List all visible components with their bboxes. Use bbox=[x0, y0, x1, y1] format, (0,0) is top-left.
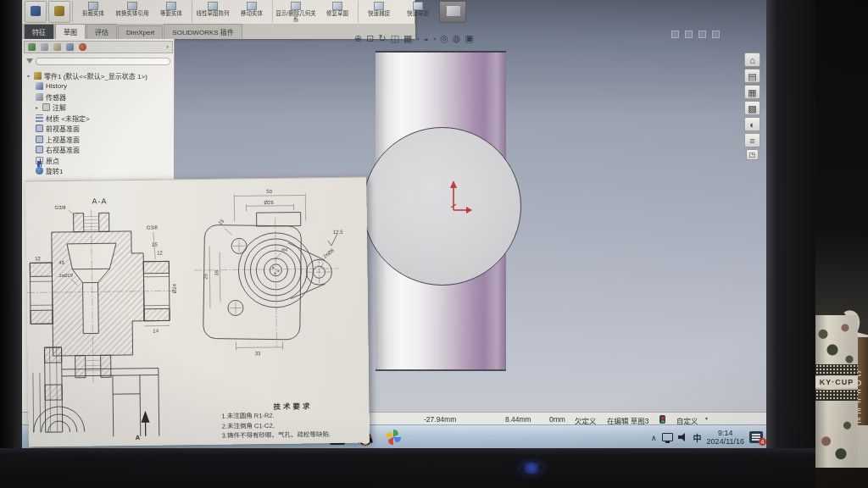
ribbon-separator bbox=[192, 1, 192, 23]
smart-dimension-button[interactable] bbox=[48, 1, 70, 23]
heads-up-toolbar bbox=[354, 30, 474, 46]
svg-text:Ø24: Ø24 bbox=[172, 283, 177, 293]
svg-text:45: 45 bbox=[58, 260, 64, 265]
display-delete-relations-button[interactable]: 显示/删除几何关系 bbox=[274, 1, 318, 24]
tree-item-origin[interactable]: 原点 bbox=[24, 155, 173, 166]
sensors-folder-icon bbox=[36, 93, 43, 101]
active-tool-tile[interactable] bbox=[439, 1, 466, 23]
hidden-icons-expand-icon[interactable] bbox=[651, 433, 657, 442]
repair-sketch-button[interactable]: 修复草图 bbox=[318, 1, 357, 24]
tray-date: 2024/11/16 bbox=[707, 437, 744, 446]
convert-entities-icon bbox=[127, 2, 137, 10]
file-explorer-icon[interactable] bbox=[744, 85, 760, 99]
tab-solidworks-addins[interactable]: SOLIDWORKS 插件 bbox=[164, 24, 242, 39]
tab-dimxpert[interactable]: DimXpert bbox=[118, 25, 163, 39]
apply-scene-icon[interactable] bbox=[465, 33, 473, 43]
status-z-coordinate: 0mm bbox=[549, 415, 565, 424]
hide-show-items-icon[interactable] bbox=[440, 33, 448, 43]
zoom-area-icon[interactable] bbox=[366, 33, 374, 43]
network-monitor-icon[interactable] bbox=[662, 433, 673, 441]
pane-icon[interactable] bbox=[671, 30, 679, 38]
tree-item-front-plane[interactable]: 前视基准面 bbox=[24, 124, 173, 135]
svg-text:15: 15 bbox=[217, 218, 225, 225]
expand-arrow-icon[interactable] bbox=[27, 73, 31, 79]
floral-cup: KY·CUP bbox=[815, 315, 858, 473]
tray-clock[interactable]: 9:14 2024/11/16 bbox=[707, 429, 744, 446]
sketch-button[interactable] bbox=[25, 1, 47, 23]
view-palette-icon[interactable] bbox=[744, 101, 760, 115]
svg-text:33: 33 bbox=[255, 351, 261, 356]
tree-item-part[interactable]: 零件1 (默认<<默认>_显示状态 1>) bbox=[24, 70, 173, 81]
view-orientation-icon[interactable] bbox=[403, 33, 412, 43]
monitor-bezel-bottom bbox=[0, 448, 815, 488]
linear-pattern-icon bbox=[208, 2, 218, 10]
display-style-icon[interactable] bbox=[423, 33, 429, 43]
notifications-icon[interactable]: 4 bbox=[749, 431, 763, 443]
display-manager-tab-icon[interactable] bbox=[79, 43, 86, 51]
pinwheel-app-icon[interactable] bbox=[383, 427, 403, 447]
monitor-screen: 剪裁实体 转换实体引用 等距实体 线性草图阵列 移动实体 显示/删除几何关系 修… bbox=[22, 0, 766, 448]
home-icon[interactable] bbox=[744, 53, 760, 67]
svg-text:2xØ29: 2xØ29 bbox=[58, 273, 72, 278]
rapid-sketch-button[interactable]: 快速草图 bbox=[398, 1, 437, 24]
plane-icon bbox=[36, 136, 43, 143]
convert-entities-button[interactable]: 转换实体引用 bbox=[113, 1, 152, 24]
pane-icon[interactable] bbox=[712, 30, 720, 38]
tree-item-sensors[interactable]: 传感器 bbox=[24, 92, 173, 103]
svg-text:Ø26: Ø26 bbox=[264, 200, 274, 205]
expand-arrow-icon[interactable] bbox=[36, 104, 40, 110]
tree-item-right-plane[interactable]: 右视基准面 bbox=[24, 145, 173, 156]
svg-text:G3/8: G3/8 bbox=[54, 205, 66, 210]
chevron-down-icon[interactable] bbox=[416, 36, 419, 42]
engineering-drawing-overlay[interactable]: A-A bbox=[25, 177, 370, 447]
svg-text:12.5: 12.5 bbox=[333, 230, 343, 235]
cup-dot-band bbox=[815, 390, 858, 401]
pane-expand-icon[interactable]: › bbox=[166, 43, 169, 51]
desk-shadow bbox=[815, 468, 868, 488]
quick-snaps-button[interactable]: 快速捕捉 bbox=[359, 1, 398, 24]
monitor-bezel-left bbox=[0, 0, 22, 488]
tab-features[interactable]: 特征 bbox=[24, 24, 54, 39]
appearances-icon[interactable] bbox=[744, 117, 760, 131]
pane-icon[interactable] bbox=[685, 30, 693, 38]
zoom-fit-icon[interactable] bbox=[354, 33, 362, 43]
svg-text:12: 12 bbox=[35, 256, 41, 261]
chevron-down-icon[interactable] bbox=[433, 36, 436, 42]
configuration-manager-tab-icon[interactable] bbox=[53, 43, 61, 51]
traffic-light-icon bbox=[659, 415, 665, 424]
property-manager-tab-icon[interactable] bbox=[41, 43, 48, 51]
pane-icon[interactable] bbox=[698, 30, 706, 38]
tree-filter-input[interactable] bbox=[36, 58, 170, 65]
edit-appearance-icon[interactable] bbox=[453, 33, 461, 43]
chevron-down-icon[interactable] bbox=[705, 415, 708, 421]
offset-entities-button[interactable]: 等距实体 bbox=[152, 1, 191, 24]
tab-evaluate[interactable]: 评估 bbox=[86, 24, 117, 39]
design-library-icon[interactable] bbox=[744, 69, 760, 83]
previous-view-icon[interactable] bbox=[378, 33, 386, 43]
linear-pattern-button[interactable]: 线性草图阵列 bbox=[193, 1, 232, 24]
trim-entities-button[interactable]: 剪裁实体 bbox=[74, 1, 113, 24]
svg-text:15: 15 bbox=[152, 242, 158, 247]
tab-sketch[interactable]: 草图 bbox=[55, 24, 86, 39]
plane-icon bbox=[36, 146, 43, 153]
tree-item-annotations[interactable]: 注解 bbox=[24, 103, 173, 114]
speaker-icon[interactable] bbox=[678, 433, 688, 441]
filter-funnel-icon[interactable] bbox=[26, 58, 33, 64]
technical-requirements: 技术要求 1.未注圆角 R1-R2. 2.未注倒角 C1-C2, 3.铸件不得有… bbox=[221, 400, 364, 441]
feature-tree-tab-icon[interactable] bbox=[28, 43, 36, 51]
material-icon bbox=[36, 114, 43, 122]
custom-properties-icon[interactable] bbox=[744, 133, 760, 147]
tree-item-top-plane[interactable]: 上视基准面 bbox=[24, 134, 173, 145]
tree-item-history[interactable]: History bbox=[24, 81, 173, 92]
section-view-icon[interactable] bbox=[391, 33, 399, 43]
dimxpert-manager-tab-icon[interactable] bbox=[66, 43, 74, 51]
tree-item-material[interactable]: 材质 <未指定> bbox=[24, 113, 173, 124]
tree-item-revolve[interactable]: 旋转1 bbox=[24, 166, 173, 177]
origin-x-arrowhead bbox=[466, 207, 472, 214]
rapid-sketch-icon bbox=[413, 2, 423, 10]
svg-text:38: 38 bbox=[214, 269, 219, 275]
svg-text:12: 12 bbox=[157, 250, 163, 255]
move-entities-button[interactable]: 移动实体 bbox=[232, 1, 271, 24]
pane-collapse-icon[interactable] bbox=[746, 149, 759, 160]
ime-indicator[interactable]: 中 bbox=[693, 431, 702, 444]
